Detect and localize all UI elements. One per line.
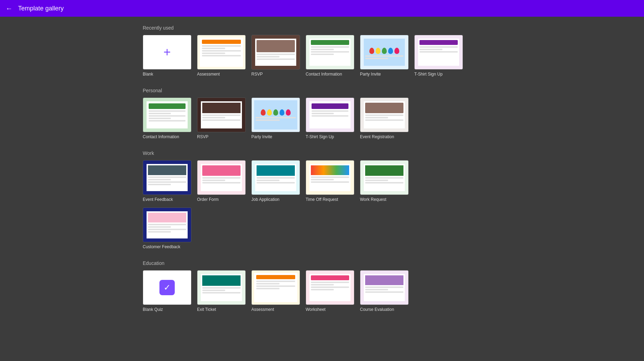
thumb-inner: [364, 164, 405, 191]
thumb-inner: [200, 38, 243, 66]
template-label-exitticket-e: Exit Ticket: [197, 307, 246, 312]
template-rsvp-p[interactable]: RSVP: [197, 97, 246, 139]
template-eventreg-p[interactable]: Event Registration: [360, 97, 409, 139]
template-party-ru[interactable]: Party Invite: [360, 35, 409, 77]
thumb-inner: [147, 164, 187, 191]
thumb-inner: [255, 164, 296, 191]
template-blankquiz-e[interactable]: ✓ Blank Quiz: [143, 270, 191, 312]
thumb-inner: [309, 101, 350, 128]
template-assessment-e[interactable]: Assessment: [251, 270, 300, 312]
plus-icon: +: [163, 45, 171, 60]
template-thumbnail-contact-p: [143, 97, 191, 132]
thumb-inner: [364, 101, 405, 128]
template-assessment-ru[interactable]: Assessment: [197, 35, 246, 77]
template-label-rsvp-p: RSVP: [197, 134, 246, 139]
template-eventfb-w[interactable]: Event Feedback: [143, 160, 191, 202]
template-thumbnail-party-ru: [360, 35, 409, 70]
work-grid: Event Feedback Order Form: [143, 160, 644, 202]
template-blank[interactable]: + Blank: [143, 35, 191, 77]
template-label-customerfb-w: Customer Feedback: [143, 244, 191, 249]
thumb-inner: [364, 39, 405, 66]
recently-used-grid: + Blank: [143, 35, 644, 77]
template-thumbnail-eventfb-w: [143, 160, 191, 195]
template-workreq-w[interactable]: Work Request: [360, 160, 409, 202]
template-party-p[interactable]: Party Invite: [251, 97, 300, 139]
section-title-education: Education: [143, 260, 644, 266]
education-grid: ✓ Blank Quiz Exit Ticket: [143, 270, 644, 312]
template-label-workreq-w: Work Request: [360, 197, 409, 202]
template-label-courseeval-e: Course Evaluation: [360, 307, 409, 312]
template-label-jobapp-w: Job Application: [251, 197, 300, 202]
template-label-assessment-e: Assessment: [251, 307, 300, 312]
checkmark-icon: ✓: [159, 280, 175, 295]
thumb-inner: [254, 100, 297, 129]
template-thumbnail-timeoff-w: [306, 160, 354, 195]
thumb-inner: [147, 101, 187, 128]
template-label-party-p: Party Invite: [251, 134, 300, 139]
section-work: Work Event Feedback: [143, 150, 644, 249]
template-thumbnail-workreq-w: [360, 160, 409, 195]
thumb-inner: [201, 164, 242, 191]
template-label-orderform-w: Order Form: [197, 197, 246, 202]
template-thumbnail-tshirt-ru: [414, 35, 463, 70]
thumb-inner: [255, 39, 296, 66]
template-timeoff-w[interactable]: Time Off Request: [306, 160, 354, 202]
template-thumbnail-assessment-ru: [197, 35, 246, 70]
template-thumbnail-blank: +: [143, 35, 191, 70]
template-label-eventreg-p: Event Registration: [360, 134, 409, 139]
template-label-eventfb-w: Event Feedback: [143, 197, 191, 202]
back-button[interactable]: ←: [6, 5, 13, 13]
thumb-bar: [202, 40, 241, 44]
template-customerfb-w[interactable]: Customer Feedback: [143, 207, 191, 249]
section-education: Education ✓ Blank Quiz: [143, 260, 644, 312]
template-exitticket-e[interactable]: Exit Ticket: [197, 270, 246, 312]
template-thumbnail-customerfb-w: [143, 207, 191, 242]
template-tshirt-ru[interactable]: T-Shirt Sign Up: [414, 35, 463, 77]
thumb-inner: [254, 273, 297, 302]
template-label-timeoff-w: Time Off Request: [306, 197, 354, 202]
app-header: ← Template gallery: [0, 0, 644, 17]
template-thumbnail-courseeval-e: [360, 270, 409, 305]
thumb-inner: [309, 274, 350, 301]
main-content: Recently used + Blank: [0, 17, 644, 331]
template-thumbnail-tshirt-p: [306, 97, 354, 132]
template-thumbnail-blankquiz-e: ✓: [143, 270, 191, 305]
template-thumbnail-rsvp-ru: [251, 35, 300, 70]
template-thumbnail-contact-ru: [306, 35, 354, 70]
template-label-rsvp-ru: RSVP: [251, 72, 300, 77]
template-tshirt-p[interactable]: T-Shirt Sign Up: [306, 97, 354, 139]
page-title: Template gallery: [18, 5, 64, 12]
thumb-inner: [364, 274, 405, 301]
template-label-worksheet-e: Worksheet: [306, 307, 354, 312]
template-thumbnail-assessment-e: [251, 270, 300, 305]
template-label-contact-p: Contact Information: [143, 134, 191, 139]
template-jobapp-w[interactable]: Job Application: [251, 160, 300, 202]
template-rsvp-ru[interactable]: RSVP: [251, 35, 300, 77]
template-courseeval-e[interactable]: Course Evaluation: [360, 270, 409, 312]
template-label-contact-ru: Contact Information: [306, 72, 354, 77]
template-label-assessment-ru: Assessment: [197, 72, 246, 77]
template-thumbnail-jobapp-w: [251, 160, 300, 195]
template-orderform-w[interactable]: Order Form: [197, 160, 246, 202]
template-thumbnail-worksheet-e: [306, 270, 354, 305]
section-personal: Personal Contact I: [143, 88, 644, 139]
work-grid-row2: Customer Feedback: [143, 207, 644, 249]
template-thumbnail-exitticket-e: [197, 270, 246, 305]
thumb-inner: [309, 164, 350, 191]
template-worksheet-e[interactable]: Worksheet: [306, 270, 354, 312]
template-thumbnail-party-p: [251, 97, 300, 132]
template-contact-ru[interactable]: Contact Information: [306, 35, 354, 77]
section-recently-used: Recently used + Blank: [143, 25, 644, 77]
template-thumbnail-orderform-w: [197, 160, 246, 195]
template-thumbnail-rsvp-p: [197, 97, 246, 132]
section-title-recently-used: Recently used: [143, 25, 644, 31]
template-thumbnail-eventreg-p: [360, 97, 409, 132]
template-contact-p[interactable]: Contact Information: [143, 97, 191, 139]
template-label-tshirt-p: T-Shirt Sign Up: [306, 134, 354, 139]
template-label-party-ru: Party Invite: [360, 72, 409, 77]
personal-grid: Contact Information RSVP: [143, 97, 644, 139]
thumb-inner: [201, 101, 242, 128]
thumb-inner: [201, 274, 242, 301]
section-title-work: Work: [143, 150, 644, 156]
thumb-inner: [418, 39, 459, 66]
